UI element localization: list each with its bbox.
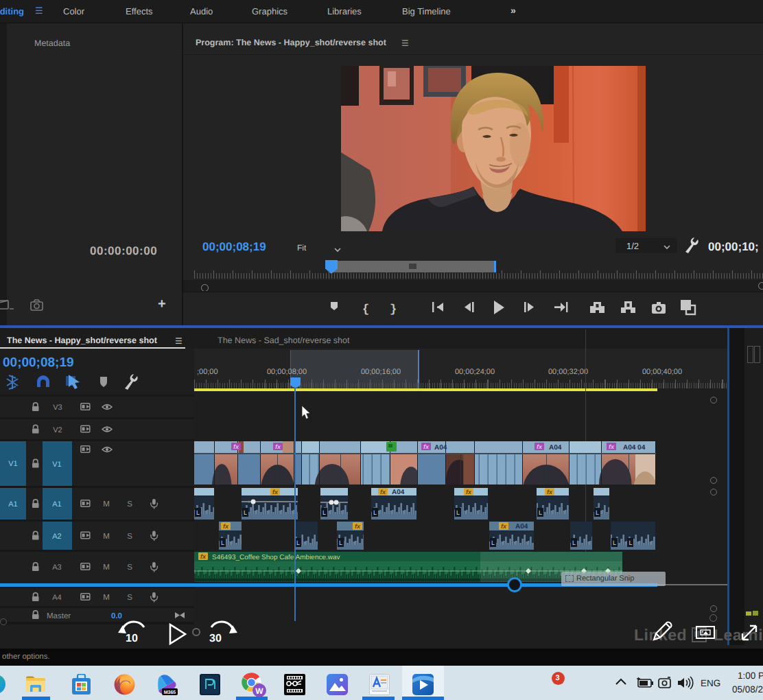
svg-text:L: L [539,509,542,516]
svg-text:V3: V3 [53,404,62,412]
svg-text:M: M [103,533,110,541]
svg-text:S: S [127,500,132,509]
svg-text:S: S [127,594,132,602]
svg-text:L: L [322,509,326,516]
svg-text:fx: fx [200,553,207,560]
svg-text:L: L [613,539,616,546]
svg-text:V2: V2 [53,426,62,434]
svg-text:S: S [127,533,132,541]
svg-text:A3: A3 [52,563,61,572]
svg-text:fx: fx [537,443,543,450]
svg-text:V1: V1 [8,460,17,468]
svg-text:L: L [629,539,632,546]
svg-text:fx: fx [547,489,553,495]
svg-text:S46493_Coffee Shop Cafe Ambien: S46493_Coffee Shop Cafe Ambience.wav [212,554,340,561]
svg-text:A1: A1 [52,500,61,509]
svg-text:fx: fx [275,443,281,450]
svg-text:fx: fx [380,489,386,495]
svg-text:V1: V1 [52,460,61,469]
svg-text:L: L [373,509,377,516]
svg-text:fx: fx [233,443,239,450]
svg-text:M: M [103,500,110,509]
svg-text:L: L [221,539,224,546]
svg-text:fx: fx [466,489,472,495]
svg-text:L: L [491,539,495,546]
svg-text:M365: M365 [164,690,176,695]
svg-text:L: L [596,509,599,516]
svg-text:A04: A04 [515,523,528,530]
svg-text:Master: Master [47,612,71,620]
svg-text:W: W [255,686,263,696]
svg-text:L: L [296,539,300,546]
svg-text:L: L [456,509,460,516]
svg-text:10: 10 [126,633,138,644]
svg-text:M: M [103,563,110,572]
svg-text:M: M [103,594,110,602]
svg-text:A1: A1 [8,500,17,509]
svg-text:{: { [362,303,369,316]
svg-text:fx: fx [501,523,507,530]
svg-text:fx: fx [609,443,615,450]
svg-text:fx: fx [272,489,279,495]
svg-text:30: 30 [209,633,222,644]
svg-text:L: L [572,539,576,546]
svg-text:fx: fx [223,523,229,530]
svg-text:fx: fx [355,523,361,530]
svg-text:A04: A04 [549,444,562,452]
svg-text:A04: A04 [434,444,447,452]
svg-text:}: } [390,303,397,316]
svg-text:A04: A04 [392,489,405,496]
svg-text:A4: A4 [52,594,61,602]
svg-text:fx: fx [423,443,430,450]
svg-text:A2: A2 [52,533,61,541]
svg-text:A04 04: A04 04 [623,444,646,452]
svg-text:L: L [244,509,247,516]
svg-text:L: L [339,539,342,546]
svg-text:L: L [196,509,200,516]
svg-text:S: S [127,563,132,572]
